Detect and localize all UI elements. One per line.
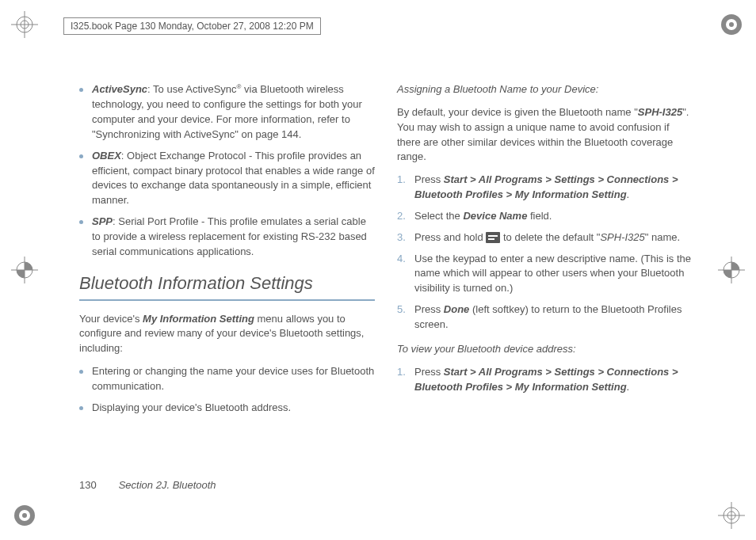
view-heading: To view your Bluetooth device address: [397, 342, 693, 357]
backspace-key-icon [486, 232, 500, 243]
text: Press [414, 303, 444, 315]
page-number: 130 [79, 479, 97, 491]
crop-mark-icon [11, 11, 38, 38]
step-item: Press Start > All Programs > Settings > … [397, 365, 693, 395]
text: Select the [414, 210, 463, 222]
crop-mark-icon [718, 11, 745, 38]
settings-list: Entering or changing the name your devic… [79, 364, 375, 416]
intro-paragraph: Your device's My Information Setting men… [79, 312, 375, 357]
nav-path: Start > All Programs > Settings > Connec… [414, 366, 678, 393]
svg-point-6 [729, 22, 734, 27]
crop-mark-icon [11, 502, 38, 529]
page-footer: 130Section 2J. Bluetooth [79, 479, 216, 491]
page-content: ActiveSync: To use ActiveSync® via Bluet… [79, 82, 693, 477]
text: to delete the default " [500, 231, 600, 243]
text: field. [527, 210, 552, 222]
list-item: SPP: Serial Port Profile - This profile … [79, 215, 375, 260]
text: Press [414, 366, 444, 378]
device-name-default: SPH-I325 [638, 106, 682, 118]
text: . [627, 188, 630, 200]
text: : Object Exchange Protocol - This profil… [92, 150, 375, 207]
step-item: Use the keypad to enter a new descriptiv… [397, 252, 693, 297]
field-name: Device Name [463, 210, 527, 222]
menu-name: My Information Setting [143, 313, 254, 325]
step-item: Press and hold to delete the default "SP… [397, 230, 693, 245]
text: " name. [645, 231, 680, 243]
svg-point-15 [22, 513, 27, 518]
left-column: ActiveSync: To use ActiveSync® via Bluet… [79, 82, 375, 477]
profile-term: SPP [92, 215, 113, 227]
profile-term: OBEX [92, 150, 121, 162]
list-item: ActiveSync: To use ActiveSync® via Bluet… [79, 82, 375, 143]
assign-intro: By default, your device is given the Blu… [397, 105, 693, 165]
view-steps: Press Start > All Programs > Settings > … [397, 365, 693, 395]
profile-list: ActiveSync: To use ActiveSync® via Bluet… [79, 82, 375, 260]
right-column: Assigning a Bluetooth Name to your Devic… [397, 82, 693, 477]
device-name-default: SPH-I325 [600, 231, 644, 243]
crop-mark-icon [11, 257, 38, 283]
text: : To use ActiveSync [147, 83, 237, 95]
nav-path: Start > All Programs > Settings > Connec… [414, 173, 678, 200]
text: By default, your device is given the Blu… [397, 106, 638, 118]
text: Press and hold [414, 231, 486, 243]
crop-mark-icon [718, 257, 745, 283]
text: . [627, 381, 630, 393]
list-item: OBEX: Object Exchange Protocol - This pr… [79, 149, 375, 208]
text: Press [414, 173, 444, 185]
page-header-meta: I325.book Page 130 Monday, October 27, 2… [63, 17, 321, 35]
text: Your device's [79, 313, 143, 325]
softkey-name: Done [444, 303, 470, 315]
assign-steps: Press Start > All Programs > Settings > … [397, 173, 693, 333]
section-label: Section 2J. Bluetooth [119, 479, 216, 491]
list-item: Displaying your device's Bluetooth addre… [79, 401, 375, 416]
step-item: Press Done (left softkey) to return to t… [397, 302, 693, 333]
crop-mark-icon [718, 502, 745, 529]
text: : Serial Port Profile - This profile emu… [92, 215, 367, 257]
list-item: Entering or changing the name your devic… [79, 364, 375, 394]
step-item: Select the Device Name field. [397, 209, 693, 224]
profile-term: ActiveSync [92, 83, 147, 95]
assign-heading: Assigning a Bluetooth Name to your Devic… [397, 82, 693, 97]
section-heading: Bluetooth Information Settings [79, 271, 375, 301]
step-item: Press Start > All Programs > Settings > … [397, 173, 693, 203]
